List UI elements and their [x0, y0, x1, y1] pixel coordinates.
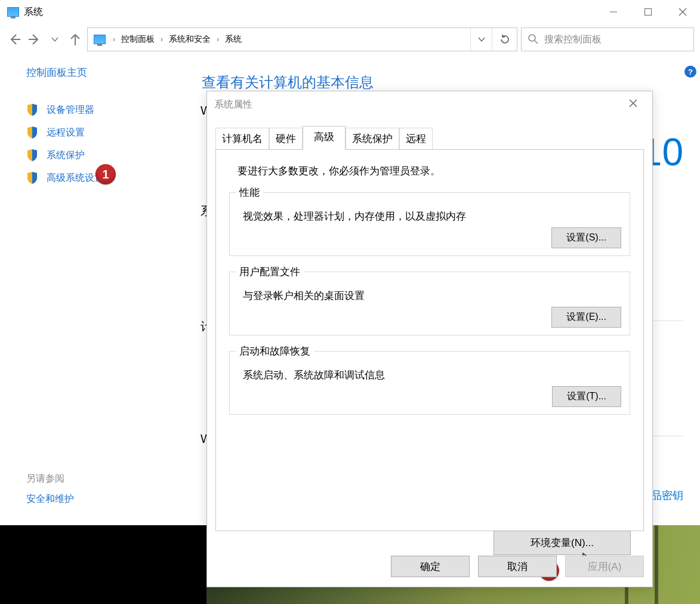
refresh-button[interactable]	[492, 28, 517, 51]
dialog-button-row: 确定 取消 应用(A)	[391, 556, 644, 577]
nav-back-button[interactable]	[6, 31, 23, 48]
breadcrumb-dropdown[interactable]	[470, 28, 492, 51]
group-legend: 用户配置文件	[236, 265, 304, 279]
dialog-title: 系统属性	[214, 98, 252, 111]
ok-button[interactable]: 确定	[391, 556, 470, 577]
group-legend: 启动和故障恢复	[236, 344, 314, 358]
breadcrumb-bar[interactable]: › 控制面板 › 系统和安全 › 系统	[87, 27, 517, 51]
body-area: 控制面板主页 设备管理器 远程设置 系统保护 高级系统设置 1 另请	[0, 55, 700, 604]
performance-settings-button[interactable]: 设置(S)...	[551, 227, 621, 248]
product-key-link-partial[interactable]: 品密钥	[651, 488, 683, 503]
nav-up-button[interactable]	[67, 31, 84, 48]
system-properties-dialog: 系统属性 计算机名 硬件 高级 系统保护 远程 要进行大多数更改，你必须作为管理…	[206, 91, 653, 587]
see-also-header: 另请参阅	[26, 473, 64, 485]
nav-forward-button[interactable]	[26, 31, 43, 48]
startup-recovery-settings-button[interactable]: 设置(T)...	[552, 386, 621, 407]
dialog-close-button[interactable]	[621, 98, 645, 110]
svg-line-7	[535, 41, 538, 44]
window-title: 系统	[24, 6, 596, 19]
system-monitor-icon	[7, 7, 19, 17]
chevron-right-icon: ›	[158, 35, 165, 44]
sidebar-item-remote-settings[interactable]: 远程设置	[26, 126, 191, 139]
tab-advanced[interactable]: 高级	[303, 126, 346, 150]
cancel-button[interactable]: 取消	[478, 556, 557, 577]
sidebar-item-system-protection[interactable]: 系统保护	[26, 149, 191, 162]
group-description: 与登录帐户相关的桌面设置	[243, 289, 619, 303]
chevron-right-icon: ›	[214, 35, 221, 44]
environment-variables-button[interactable]: 环境变量(N)...	[494, 531, 631, 555]
dialog-titlebar: 系统属性	[207, 91, 652, 118]
tab-system-protection[interactable]: 系统保护	[346, 128, 399, 150]
group-performance: 性能 视觉效果，处理器计划，内存使用，以及虚拟内存 设置(S)...	[229, 192, 630, 256]
search-box[interactable]	[521, 27, 694, 51]
group-startup-recovery: 启动和故障恢复 系统启动、系统故障和调试信息 设置(T)...	[229, 351, 630, 415]
security-maintenance-link[interactable]: 安全和维护	[26, 493, 74, 506]
minimize-button[interactable]	[596, 0, 631, 24]
group-description: 视觉效果，处理器计划，内存使用，以及虚拟内存	[243, 209, 619, 223]
maximize-button[interactable]	[631, 0, 665, 24]
nav-history-dropdown[interactable]	[47, 31, 63, 48]
breadcrumb-item[interactable]: 系统和安全	[165, 34, 214, 45]
page-heading: 查看有关计算机的基本信息	[202, 73, 374, 92]
tab-computer-name[interactable]: 计算机名	[215, 128, 269, 150]
sidebar-item-label: 设备管理器	[47, 104, 94, 116]
sidebar-item-device-manager[interactable]: 设备管理器	[26, 103, 191, 116]
svg-point-6	[529, 35, 535, 41]
group-user-profiles: 用户配置文件 与登录帐户相关的桌面设置 设置(E)...	[229, 272, 630, 335]
group-description: 系统启动、系统故障和调试信息	[243, 368, 619, 382]
shield-icon	[26, 103, 38, 116]
search-icon	[528, 33, 538, 46]
shield-icon	[26, 171, 38, 184]
tab-remote[interactable]: 远程	[399, 128, 433, 150]
shield-icon	[26, 149, 38, 162]
chevron-right-icon: ›	[110, 35, 118, 44]
sidebar-item-label: 远程设置	[47, 127, 85, 139]
breadcrumb-item[interactable]: 系统	[221, 34, 245, 45]
sidebar-item-label: 系统保护	[47, 149, 85, 162]
window-titlebar: 系统	[0, 0, 700, 24]
annotation-badge-1: 1	[95, 164, 116, 184]
group-legend: 性能	[236, 186, 263, 199]
svg-rect-1	[645, 9, 652, 16]
control-panel-home-link[interactable]: 控制面板主页	[26, 66, 191, 79]
user-profiles-settings-button[interactable]: 设置(E)...	[551, 307, 621, 328]
dialog-tabbar: 计算机名 硬件 高级 系统保护 远程	[215, 126, 644, 150]
close-button[interactable]	[665, 0, 700, 24]
breadcrumb-item[interactable]: 控制面板	[118, 34, 158, 45]
apply-button: 应用(A)	[565, 556, 644, 577]
explorer-toolbar: › 控制面板 › 系统和安全 › 系统	[0, 24, 700, 55]
shield-icon	[26, 126, 38, 139]
search-input[interactable]	[544, 34, 693, 45]
admin-required-text: 要进行大多数更改，你必须作为管理员登录。	[238, 164, 630, 178]
system-monitor-icon	[94, 35, 106, 44]
tab-hardware[interactable]: 硬件	[269, 128, 303, 150]
tab-content-advanced: 要进行大多数更改，你必须作为管理员登录。 性能 视觉效果，处理器计划，内存使用，…	[215, 149, 644, 531]
